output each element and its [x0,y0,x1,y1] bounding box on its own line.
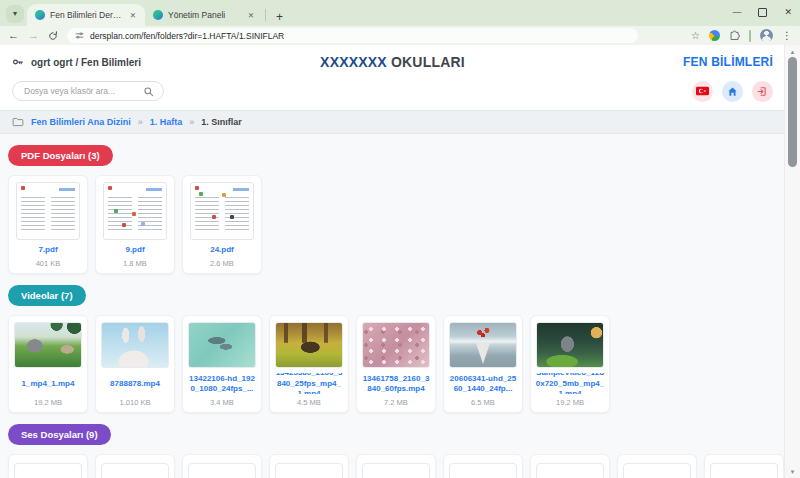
video-file-card[interactable]: 8788878.mp4 1.010 KB [95,315,175,413]
pdf-thumbnail [16,182,80,240]
browser-window: ▾ Fen Bilimleri Ders İçerikleri ✕ Yöneti… [0,0,800,478]
subject-label[interactable]: FEN BİLİMLERİ [683,55,773,69]
scroll-up-icon[interactable]: ▴ [785,48,800,55]
pdf-file-card[interactable]: 7.pdf 401 KB [8,175,88,274]
minimize-button[interactable]: — [732,8,741,17]
user-breadcrumb: ogrt ogrt / Fen Bilimleri [12,56,141,68]
scroll-down-icon[interactable]: ▾ [785,468,800,475]
videos-section-badge: Videolar (7) [8,285,86,306]
extension-icon[interactable] [709,30,720,41]
pdf-file-card[interactable]: 9.pdf 1.8 MB [95,175,175,274]
file-name-link[interactable]: 13422106-hd_1920_1080_24fps_... [187,373,257,394]
file-name-link[interactable]: 24.pdf [187,245,257,255]
file-name-link[interactable]: 13461758_2160_3840_60fps.mp4 [361,373,431,394]
video-file-card[interactable]: 1_mp4_1.mp4 19.2 MB [8,315,88,413]
pdf-file-card[interactable]: 24.pdf 2.6 MB [182,175,262,274]
window-controls: — ✕ [732,0,792,24]
file-name-link[interactable]: 1_mp4_1.mp4 [13,373,83,394]
file-size: 1.8 MB [100,259,170,270]
audio-file-card[interactable] [356,454,436,478]
file-name-link[interactable]: 7.pdf [13,245,83,255]
search-input[interactable] [22,85,143,97]
video-thumbnail [14,322,82,368]
breadcrumb-week-link[interactable]: 1. Hafta [150,117,183,127]
breadcrumb-root-link[interactable]: Fen Bilimleri Ana Dizini [31,117,131,127]
tab-strip: ▾ Fen Bilimleri Ders İçerikleri ✕ Yöneti… [0,0,800,26]
tab-close-icon[interactable]: ✕ [129,10,137,21]
file-size: 19.2 MB [13,398,83,409]
file-name-link[interactable]: SampleVideo_1280x720_5mb_mp4_1.mp4 [535,373,605,394]
breadcrumb: Fen Bilimleri Ana Dizini » 1. Hafta » 1.… [0,110,785,134]
audio-thumbnail [623,463,691,478]
address-bar[interactable]: dersplan.com/fen/folders?dir=1.HAFTA/1.S… [67,28,638,43]
file-name-link[interactable]: 9.pdf [100,245,170,255]
audio-file-card[interactable] [95,454,175,478]
audio-file-card[interactable] [617,454,697,478]
tab-fen-bilimleri-ders-icerikleri[interactable]: Fen Bilimleri Ders İçerikleri ✕ [27,4,145,26]
back-button[interactable]: ← [8,30,19,41]
site-favicon-icon [35,10,45,20]
language-turkish-flag-button[interactable] [692,81,713,102]
video-thumbnail [101,322,169,368]
app-header: XXXXXXX OKULLARI ogrt ogrt / Fen Bilimle… [0,45,785,110]
audio-file-card[interactable] [269,454,349,478]
extensions-puzzle-icon[interactable] [729,30,740,41]
audio-file-card[interactable] [704,454,784,478]
tab-yonetim-paneli[interactable]: Yönetim Paneli ✕ [145,4,263,26]
audio-thumbnail [275,463,343,478]
pdf-thumbnail [103,182,167,240]
profile-avatar[interactable] [760,29,773,42]
audio-thumbnail [449,463,517,478]
home-button[interactable] [722,81,743,102]
file-size: 6.5 MB [448,398,518,409]
turkish-flag-icon [696,86,709,96]
browser-menu-icon[interactable]: ⋮ [782,30,792,41]
close-window-button[interactable]: ✕ [784,8,792,17]
audio-file-card[interactable] [182,454,262,478]
file-browser-content: PDF Dosyaları (3) 7.pdf 401 KB 9.pdf 1.8… [0,134,785,478]
logout-button[interactable] [752,81,773,102]
file-size: 3.4 MB [187,398,257,409]
search-box[interactable] [12,81,164,101]
audio-file-card[interactable] [530,454,610,478]
file-size: 401 KB [13,259,83,270]
video-thumbnail [536,322,604,368]
site-settings-icon[interactable] [75,31,84,40]
pdf-thumbnail [190,182,254,240]
file-size: 4.5 MB [274,398,344,409]
audio-file-card[interactable] [8,454,88,478]
tab-close-icon[interactable]: ✕ [247,10,255,21]
video-file-card[interactable]: 13422106-hd_1920_1080_24fps_... 3.4 MB [182,315,262,413]
file-name-link[interactable]: 20606341-uhd_2560_1440_24fp... [448,373,518,394]
video-file-card[interactable]: 13461758_2160_3840_60fps.mp4 7.2 MB [356,315,436,413]
video-file-card[interactable]: 20606341-uhd_2560_1440_24fp... 6.5 MB [443,315,523,413]
pdf-cards-row: 7.pdf 401 KB 9.pdf 1.8 MB 24.pdf 2.6 MB [8,175,777,274]
video-cards-row: 1_mp4_1.mp4 19.2 MB 8788878.mp4 1.010 KB… [8,315,777,413]
file-name-link[interactable]: 13425380_2160_3840_25fps_mp4_1.mp4 [274,373,344,394]
user-path-label: ogrt ogrt / Fen Bilimleri [31,57,141,68]
video-file-card[interactable]: 13425380_2160_3840_25fps_mp4_1.mp4 4.5 M… [269,315,349,413]
search-icon[interactable] [143,86,154,97]
audio-file-card[interactable] [443,454,523,478]
page-scrollbar[interactable]: ▴ ▾ [784,45,800,478]
new-tab-button[interactable]: + [272,10,287,24]
audio-thumbnail [536,463,604,478]
maximize-button[interactable] [758,8,767,17]
url-text[interactable]: dersplan.com/fen/folders?dir=1.HAFTA/1.S… [90,31,284,41]
scrollbar-thumb[interactable] [788,57,797,167]
video-file-card[interactable]: SampleVideo_1280x720_5mb_mp4_1.mp4 19.2 … [530,315,610,413]
breadcrumb-current: 1. Sınıflar [201,117,242,127]
key-icon [12,56,24,68]
breadcrumb-separator: » [189,117,194,127]
page-content: XXXXXXX OKULLARI ogrt ogrt / Fen Bilimle… [0,45,785,478]
forward-button[interactable]: → [28,30,39,41]
file-size: 19.2 MB [535,398,605,409]
video-thumbnail [275,322,343,368]
reload-button[interactable] [48,31,58,41]
bookmark-star-icon[interactable]: ☆ [691,30,700,41]
audio-section-badge: Ses Dosyaları (9) [8,424,111,445]
tab-search-button[interactable]: ▾ [6,5,24,23]
home-icon [727,86,738,97]
header-action-buttons [692,81,773,102]
file-name-link[interactable]: 8788878.mp4 [100,373,170,394]
